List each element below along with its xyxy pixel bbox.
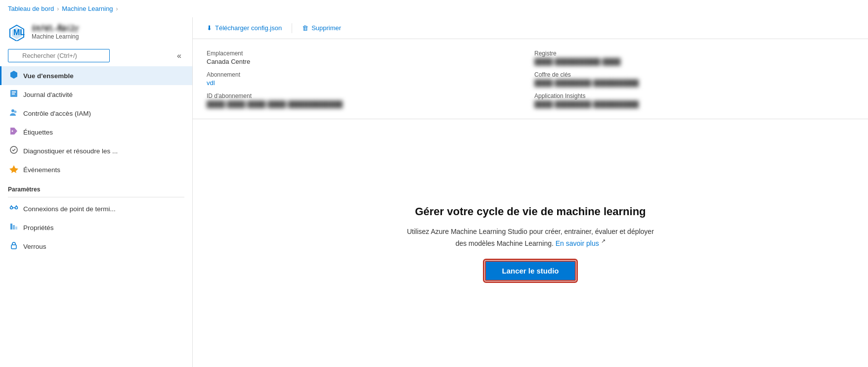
sidebar-item-label-diagnostiquer: Diagnostiquer et résoudre les ...: [23, 147, 118, 155]
info-value-abonnement[interactable]: vdl: [207, 79, 526, 87]
connexions-icon: [9, 203, 18, 214]
sidebar-item-vue-ensemble[interactable]: Vue d'ensemble: [0, 66, 192, 85]
sidebar-item-label-connexions: Connexions de point de termi...: [23, 205, 116, 213]
evenements-icon: [9, 164, 18, 175]
info-cell-id-abonnement: ID d'abonnement ████-████-████-████-████…: [203, 90, 530, 111]
search-input[interactable]: [8, 49, 110, 62]
info-cell-registre: Registre ████-██████████-████: [530, 47, 858, 68]
sidebar-item-evenements[interactable]: Événements: [0, 160, 192, 179]
info-label-id-abonnement: ID d'abonnement: [207, 92, 526, 99]
ml-icon: ML: [8, 23, 26, 41]
sidebar-item-etiquettes[interactable]: Étiquettes: [0, 123, 192, 141]
proprietes-icon: [9, 222, 18, 233]
promo-title: Gérer votre cycle de vie de machine lear…: [415, 205, 646, 218]
sidebar-item-label-journal: Journal d'activité: [23, 91, 73, 98]
svg-rect-18: [15, 227, 17, 229]
info-cell-emplacement: Emplacement Canada Centre: [203, 47, 530, 68]
promo-learn-more-link[interactable]: En savoir plus: [556, 239, 599, 247]
diagnostiquer-icon: [9, 145, 18, 156]
download-config-button[interactable]: ⬇ Télécharger config.json: [203, 22, 286, 34]
svg-rect-5: [12, 93, 15, 94]
promo-section: Gérer votre cycle de vie de machine lear…: [193, 119, 868, 367]
sidebar-header: ML ŝŧřēl-Řāί2ŗ Machine Learning: [0, 17, 192, 45]
info-cell-abonnement: Abonnement vdl: [203, 68, 530, 90]
verrous-icon: [9, 241, 18, 252]
resource-type: Machine Learning: [32, 33, 79, 40]
svg-point-11: [10, 207, 13, 209]
svg-marker-10: [9, 165, 18, 173]
sidebar-nav: Vue d'ensemble Journal d'activité Contrô…: [0, 66, 192, 367]
search-container: 🔍: [8, 49, 170, 62]
section-label-parametres: Paramètres: [0, 179, 192, 195]
breadcrumb-sep-2: ›: [116, 5, 118, 12]
info-label-emplacement: Emplacement: [207, 50, 526, 57]
info-label-coffre: Coffre de clés: [534, 71, 854, 78]
svg-point-7: [14, 111, 17, 113]
iam-icon: [9, 108, 18, 119]
etiquettes-icon: [9, 127, 18, 138]
delete-label: Supprimer: [311, 24, 341, 32]
section-divider: [8, 197, 184, 197]
breadcrumb-item-dashboard[interactable]: Tableau de bord: [8, 5, 54, 12]
sidebar-item-label-proprietes: Propriétés: [23, 224, 54, 231]
main-layout: ML ŝŧřēl-Řāί2ŗ Machine Learning 🔍 « Vue: [0, 17, 868, 367]
info-value-id-abonnement: ████-████-████-████-████████████: [207, 100, 526, 108]
sidebar-item-verrous[interactable]: Verrous: [0, 237, 192, 256]
sidebar-item-iam[interactable]: Contrôle d'accès (IAM): [0, 104, 192, 123]
promo-desc-text: Utilisez Azure Machine Learning Studio p…: [407, 228, 654, 247]
svg-rect-16: [10, 224, 12, 229]
info-grid: Emplacement Canada Centre Registre ████-…: [193, 39, 868, 119]
info-value-insights: ████-████████-██████████: [534, 100, 854, 108]
svg-text:ML: ML: [13, 28, 25, 37]
sidebar: ML ŝŧřēl-Řāί2ŗ Machine Learning 🔍 « Vue: [0, 17, 193, 367]
toolbar-separator: [292, 23, 292, 33]
search-wrapper: 🔍 «: [0, 45, 192, 66]
svg-point-12: [15, 207, 18, 209]
content-area: ⬇ Télécharger config.json 🗑 Supprimer Em…: [193, 17, 868, 367]
sidebar-title-block: ŝŧřēl-Řāί2ŗ Machine Learning: [32, 24, 79, 40]
sidebar-item-label-vue-ensemble: Vue d'ensemble: [23, 72, 74, 80]
toolbar: ⬇ Télécharger config.json 🗑 Supprimer: [193, 17, 868, 39]
info-value-registre: ████-██████████-████: [534, 58, 854, 65]
sidebar-item-label-verrous: Verrous: [23, 243, 46, 250]
breadcrumb-item-ml[interactable]: Machine Learning: [62, 5, 113, 12]
svg-rect-17: [13, 225, 15, 229]
svg-rect-19: [11, 245, 16, 249]
svg-rect-4: [12, 92, 16, 92]
svg-point-6: [11, 109, 14, 112]
external-link-icon: ↗: [601, 238, 606, 244]
sidebar-item-connexions[interactable]: Connexions de point de termi...: [0, 199, 192, 218]
info-cell-coffre: Coffre de clés ████-████████-██████████: [530, 68, 858, 90]
sidebar-item-proprietes[interactable]: Propriétés: [0, 218, 192, 237]
info-value-coffre: ████-████████-██████████: [534, 79, 854, 87]
info-label-registre: Registre: [534, 50, 854, 57]
info-label-insights: Application Insights: [534, 92, 854, 99]
breadcrumb: Tableau de bord › Machine Learning ›: [0, 0, 868, 17]
journal-icon: [9, 89, 18, 100]
sidebar-item-label-evenements: Événements: [23, 166, 60, 174]
delete-icon: 🗑: [302, 24, 308, 32]
delete-button[interactable]: 🗑 Supprimer: [298, 22, 345, 34]
download-label: Télécharger config.json: [215, 24, 282, 32]
sidebar-item-label-iam: Contrôle d'accès (IAM): [23, 110, 91, 117]
sidebar-item-label-etiquettes: Étiquettes: [23, 129, 53, 136]
vue-ensemble-icon: [9, 70, 18, 81]
sidebar-item-journal[interactable]: Journal d'activité: [0, 85, 192, 104]
info-label-abonnement: Abonnement: [207, 71, 526, 78]
info-value-emplacement: Canada Centre: [207, 58, 526, 65]
info-cell-insights: Application Insights ████-████████-█████…: [530, 90, 858, 111]
resource-name: ŝŧřēl-Řāί2ŗ: [32, 24, 79, 33]
promo-description: Utilisez Azure Machine Learning Studio p…: [402, 226, 659, 249]
breadcrumb-sep-1: ›: [57, 5, 59, 12]
download-icon: ⬇: [207, 24, 212, 32]
svg-point-8: [12, 131, 13, 132]
sidebar-item-diagnostiquer[interactable]: Diagnostiquer et résoudre les ...: [0, 141, 192, 160]
collapse-button[interactable]: «: [174, 50, 184, 61]
launch-studio-button[interactable]: Lancer le studio: [485, 261, 575, 281]
